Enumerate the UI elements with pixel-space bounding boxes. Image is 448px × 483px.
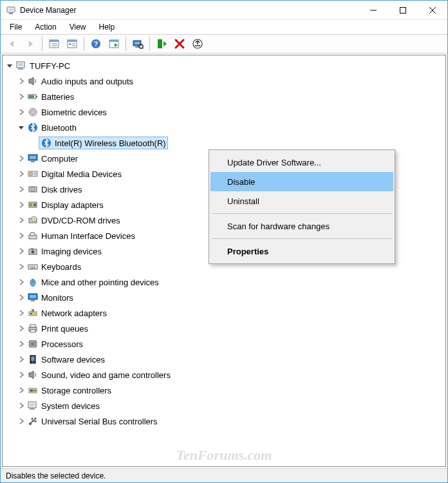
menu-help[interactable]: Help	[94, 21, 120, 33]
chevron-right-icon[interactable]	[17, 247, 26, 256]
help-button[interactable]: ?	[88, 36, 104, 52]
tree-item-sound[interactable]: Sound, video and game controllers	[3, 367, 445, 383]
chevron-right-icon[interactable]	[17, 293, 26, 302]
scan-hardware-button[interactable]	[130, 36, 145, 52]
svg-rect-44	[34, 173, 37, 175]
tree-item-software[interactable]: Software devices	[3, 352, 445, 367]
chevron-right-icon[interactable]	[17, 216, 26, 225]
chevron-right-icon[interactable]	[17, 262, 26, 271]
camera-icon	[27, 245, 39, 257]
svg-rect-21	[135, 42, 140, 44]
chevron-right-icon[interactable]	[17, 92, 26, 101]
properties-button[interactable]	[64, 36, 80, 52]
svg-point-83	[32, 362, 33, 363]
ctx-disable[interactable]: Disable	[210, 172, 393, 191]
chevron-right-icon[interactable]	[17, 401, 26, 410]
usb-icon	[27, 415, 39, 427]
menu-action[interactable]: Action	[30, 21, 61, 33]
close-button[interactable]	[418, 1, 447, 19]
ctx-update-driver[interactable]: Update Driver Software...	[210, 153, 393, 172]
chevron-right-icon[interactable]	[17, 370, 26, 379]
ctx-uninstall[interactable]: Uninstall	[210, 191, 393, 211]
tree-item-bluetooth[interactable]: Bluetooth	[3, 120, 445, 135]
tree-item-usb[interactable]: Universal Serial Bus controllers	[3, 413, 445, 429]
bluetooth-icon	[27, 122, 39, 133]
svg-rect-67	[30, 295, 36, 298]
svg-rect-25	[158, 39, 162, 48]
chevron-right-icon[interactable]	[17, 417, 26, 426]
chevron-right-icon[interactable]	[17, 77, 26, 86]
chevron-right-icon[interactable]	[17, 154, 26, 163]
svg-rect-60	[30, 266, 31, 267]
window-title: Device Manager	[20, 6, 359, 15]
chevron-right-icon[interactable]	[17, 355, 26, 364]
status-text: Disables the selected device.	[6, 471, 106, 480]
svg-point-47	[32, 189, 33, 190]
disable-device-button[interactable]	[172, 36, 187, 52]
ctx-properties[interactable]: Properties	[210, 242, 393, 261]
maximize-button[interactable]	[388, 1, 418, 19]
svg-rect-61	[32, 266, 33, 267]
svg-rect-55	[30, 232, 35, 236]
svg-rect-33	[29, 95, 34, 98]
tree-item-audio[interactable]: Audio inputs and outputs	[3, 73, 445, 89]
toolbar: ?	[1, 34, 447, 53]
computer-icon	[15, 60, 27, 71]
tree-item-print-queues[interactable]: Print queues	[3, 321, 445, 336]
action-sheet-button[interactable]	[106, 36, 122, 52]
toolbar-separator	[42, 37, 42, 51]
tree-item-batteries[interactable]: Batteries	[3, 89, 445, 104]
chevron-right-icon[interactable]	[17, 200, 26, 209]
tree-item-mice[interactable]: Mice and other pointing devices	[3, 274, 445, 290]
chevron-right-icon[interactable]	[17, 324, 26, 333]
context-menu: Update Driver Software... Disable Uninst…	[209, 149, 395, 264]
tree-item-storage[interactable]: Storage controllers	[3, 383, 445, 398]
svg-rect-93	[35, 421, 37, 422]
update-driver-button[interactable]	[190, 36, 205, 52]
chevron-down-icon[interactable]	[5, 61, 14, 70]
speaker-icon	[27, 75, 39, 87]
back-button	[5, 36, 20, 52]
chevron-right-icon[interactable]	[17, 169, 26, 178]
chevron-right-icon[interactable]	[17, 339, 26, 348]
tree-root-label: TUFFY-PC	[30, 61, 70, 71]
svg-rect-76	[31, 342, 35, 346]
tree-item-network[interactable]: Network adapters	[3, 305, 445, 321]
svg-point-35	[30, 109, 35, 115]
network-icon	[27, 307, 39, 319]
svg-rect-50	[30, 204, 32, 206]
svg-rect-70	[32, 309, 34, 312]
titlebar: Device Manager	[1, 1, 447, 20]
chevron-down-icon[interactable]	[17, 123, 26, 132]
svg-rect-4	[400, 7, 406, 13]
window-controls	[359, 1, 447, 19]
minimize-button[interactable]	[359, 1, 388, 19]
tree-item-biometric[interactable]: Biometric devices	[3, 104, 445, 120]
chevron-right-icon[interactable]	[17, 308, 26, 317]
tree-item-monitors[interactable]: Monitors	[3, 290, 445, 305]
cd-icon	[27, 214, 39, 226]
chevron-right-icon[interactable]	[17, 108, 26, 117]
enable-device-button[interactable]	[154, 36, 169, 52]
svg-point-53	[33, 218, 35, 220]
chevron-right-icon[interactable]	[17, 185, 26, 194]
menubar: File Action View Help	[1, 20, 447, 34]
storage-icon	[27, 384, 39, 396]
tree-root[interactable]: TUFFY-PC	[3, 58, 445, 73]
cpu-icon	[27, 338, 39, 350]
svg-rect-69	[29, 312, 37, 316]
show-hidden-button[interactable]	[46, 36, 62, 52]
chevron-right-icon[interactable]	[17, 278, 26, 287]
ctx-scan[interactable]: Scan for hardware changes	[210, 216, 393, 236]
monitor-icon	[27, 153, 39, 164]
menu-file[interactable]: File	[5, 21, 27, 33]
disk-icon	[27, 184, 39, 195]
tree-item-bt-device[interactable]: Intel(R) Wireless Bluetooth(R)	[3, 135, 445, 151]
chevron-right-icon[interactable]	[17, 386, 26, 395]
tree-item-processors[interactable]: Processors	[3, 336, 445, 352]
chevron-right-icon[interactable]	[17, 231, 26, 240]
svg-point-57	[32, 251, 35, 254]
menu-view[interactable]: View	[64, 21, 91, 33]
svg-rect-29	[18, 63, 23, 66]
tree-item-system[interactable]: System devices	[3, 398, 445, 413]
